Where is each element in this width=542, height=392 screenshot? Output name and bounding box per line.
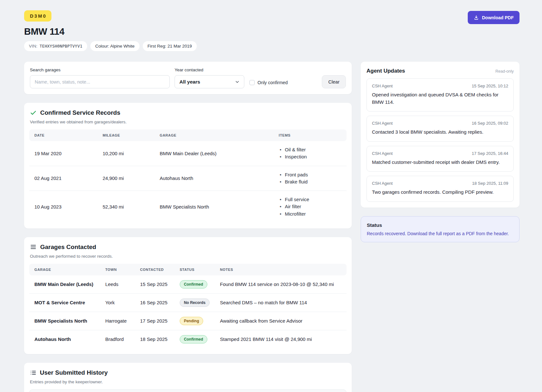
status-badge: Pending — [180, 317, 203, 325]
vehicle-chip: VIN:TEHXYSH0NPBPTVYV1 — [24, 41, 87, 51]
garage-town: York — [100, 293, 135, 312]
garages-contacted-subtitle: Outreach we performed to recover records… — [29, 254, 347, 259]
status-card: Status Records recovered. Download the f… — [361, 216, 519, 242]
search-field: Search garages — [30, 67, 170, 88]
agent-update-time: 15 Sep 2025, 10:12 — [472, 84, 509, 88]
clear-button[interactable]: Clear — [322, 75, 346, 88]
column-header: NOTES — [215, 264, 347, 275]
garage-town: Harrogate — [100, 312, 135, 330]
record-item: Full service — [279, 196, 341, 203]
agent-update-text: Two garages confirmed records. Compiling… — [372, 189, 508, 196]
garage-name: BMW Main Dealer (Leeds) — [29, 275, 100, 294]
records-header-row: DATEMILEAGEGARAGEITEMS — [29, 129, 347, 141]
record-item: Front pads — [279, 172, 341, 178]
garage-status-cell: Confirmed — [175, 330, 215, 348]
column-header: CONTACTED — [135, 264, 175, 275]
record-mileage: 52,340 mi — [97, 191, 155, 223]
agent-update-text: Contacted 3 local BMW specialists. Await… — [372, 129, 508, 136]
status-badge: Confirmed — [180, 280, 207, 289]
updates-list: CSH Agent15 Sep 2025, 10:12Opened invest… — [366, 78, 514, 202]
header-left: D3M0 BMW 114 VIN:TEHXYSH0NPBPTVYV1Colour… — [24, 10, 197, 51]
column-header: STATUS — [175, 264, 215, 275]
agent-update-time: 18 Sep 2025, 11:09 — [472, 181, 508, 186]
menu-lines-icon — [30, 244, 37, 250]
user-history-title: User Submitted History — [40, 369, 108, 376]
list-icon — [30, 370, 36, 376]
user-history-card: User Submitted History Entries provided … — [24, 363, 352, 392]
year-field: Year contacted All years — [175, 67, 244, 88]
record-item: Microfilter — [279, 211, 341, 217]
garage-notes: Searched DMS – no match for BMW 114 — [215, 293, 347, 312]
record-item: Brake fluid — [279, 179, 341, 185]
agent-updates-title: Agent Updates — [366, 68, 405, 74]
status-title: Status — [367, 222, 513, 228]
user-entry: 12 Sep 202015,800 miOil & filter at home… — [29, 389, 347, 392]
record-item: Oil & filter — [279, 147, 341, 153]
year-contacted-label: Year contacted — [175, 67, 244, 72]
agent-update-time: 17 Sep 2025, 16:44 — [472, 151, 509, 156]
user-history-header: User Submitted History — [29, 369, 347, 376]
garage-row: MOT & Service CentreYork16 Sep 2025No Re… — [29, 293, 347, 312]
agent-update-head: CSH Agent17 Sep 2025, 16:44 — [372, 151, 508, 156]
record-garage: BMW Specialists North — [155, 191, 274, 223]
checkbox-box[interactable] — [249, 80, 255, 85]
agent-update: CSH Agent15 Sep 2025, 10:12Opened invest… — [366, 78, 514, 111]
record-mileage: 24,900 mi — [97, 166, 155, 191]
agent-update: CSH Agent18 Sep 2025, 11:09Two garages c… — [366, 176, 514, 202]
year-select[interactable]: All years — [175, 75, 244, 88]
service-record-row: 02 Aug 202124,900 miAutohaus NorthFront … — [29, 166, 347, 191]
service-records-table: DATEMILEAGEGARAGEITEMS19 Mar 202010,200 … — [29, 129, 347, 223]
record-date: 19 Mar 2020 — [29, 141, 97, 166]
chip-value: TEHXYSH0NPBPTVYV1 — [40, 44, 82, 49]
garage-name: Autohaus North — [29, 330, 100, 348]
content-columns: Search garages Year contacted All years … — [24, 62, 519, 392]
column-header: GARAGE — [29, 264, 100, 275]
garage-notes: Found BMW 114 service on 2023-08-10 @ 52… — [215, 275, 347, 294]
search-garages-label: Search garages — [30, 67, 170, 72]
sidebar: Agent Updates Read-only CSH Agent15 Sep … — [361, 62, 519, 242]
garage-status-cell: Pending — [175, 312, 215, 330]
only-confirmed-checkbox[interactable]: Only confirmed — [249, 80, 288, 85]
agent-update-text: Matched customer-submitted receipt with … — [372, 159, 508, 166]
download-pdf-button[interactable]: Download PDF — [468, 11, 519, 24]
record-items: Front padsBrake fluid — [274, 166, 347, 191]
garages-table: GARAGETOWNCONTACTEDSTATUSNOTESBMW Main D… — [29, 264, 347, 348]
record-items-list: Oil & filterInspection — [279, 147, 341, 160]
agent-updates-card: Agent Updates Read-only CSH Agent15 Sep … — [361, 62, 519, 208]
chip-value: Colour: Alpine White — [95, 44, 134, 49]
agent-update-text: Opened investigation and queued DVSA & O… — [372, 91, 508, 106]
garages-contacted-card: Garages Contacted Outreach we performed … — [24, 237, 352, 354]
record-date: 10 Aug 2023 — [29, 191, 97, 223]
header: D3M0 BMW 114 VIN:TEHXYSH0NPBPTVYV1Colour… — [24, 10, 519, 51]
garage-name: BMW Specialists North — [29, 312, 100, 330]
garage-notes: Stamped 2021 BMW 114 visit @ 24,900 mi — [215, 330, 347, 348]
garage-town: Bradford — [100, 330, 135, 348]
garage-contacted-date: 16 Sep 2025 — [135, 293, 175, 312]
record-items: Full serviceAir filterMicrofilter — [274, 191, 347, 223]
download-pdf-label: Download PDF — [482, 15, 514, 20]
agent-updates-header: Agent Updates Read-only — [366, 68, 514, 74]
record-items-list: Front padsBrake fluid — [279, 172, 341, 185]
main-column: Search garages Year contacted All years … — [24, 62, 352, 392]
garage-contacted-date: 15 Sep 2025 — [135, 275, 175, 294]
user-entries-list: 12 Sep 202015,800 miOil & filter at home… — [29, 389, 347, 392]
status-text: Records recovered. Download the full rep… — [367, 231, 513, 236]
garage-name: MOT & Service Centre — [29, 293, 100, 312]
garage-contacted-date: 18 Sep 2025 — [135, 330, 175, 348]
agent-update-author: CSH Agent — [372, 151, 393, 156]
demo-badge: D3M0 — [24, 10, 51, 22]
agent-update-author: CSH Agent — [372, 121, 393, 126]
column-header: MILEAGE — [97, 129, 155, 141]
garage-row: BMW Specialists NorthHarrogate17 Sep 202… — [29, 312, 347, 330]
service-record-row: 19 Mar 202010,200 miBMW Main Dealer (Lee… — [29, 141, 347, 166]
vehicle-chip: First Reg: 21 Mar 2019 — [143, 41, 197, 51]
confirmed-records-header: Confirmed Service Records — [29, 109, 347, 116]
confirmed-records-card: Confirmed Service Records Verified entri… — [24, 103, 352, 228]
record-items: Oil & filterInspection — [274, 141, 347, 166]
garages-contacted-header: Garages Contacted — [29, 244, 347, 251]
agent-update-time: 16 Sep 2025, 09:02 — [472, 121, 509, 126]
vehicle-chip: Colour: Alpine White — [90, 41, 139, 51]
search-input[interactable] — [30, 75, 170, 88]
record-date: 02 Aug 2021 — [29, 166, 97, 191]
record-garage: Autohaus North — [155, 166, 274, 191]
